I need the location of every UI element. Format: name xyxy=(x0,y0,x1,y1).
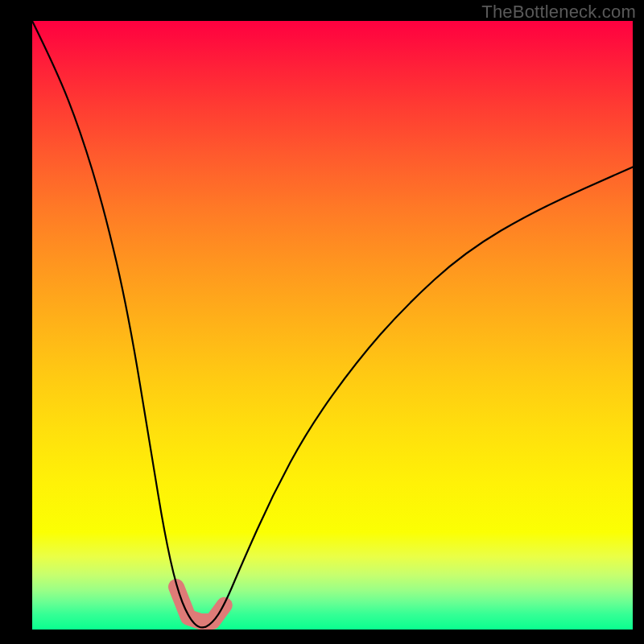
bottleneck-curve xyxy=(32,21,633,627)
attribution-label: TheBottleneck.com xyxy=(481,2,636,23)
chart-frame: TheBottleneck.com xyxy=(0,0,644,644)
curve-overlay xyxy=(32,21,633,630)
plot-area xyxy=(32,21,633,630)
